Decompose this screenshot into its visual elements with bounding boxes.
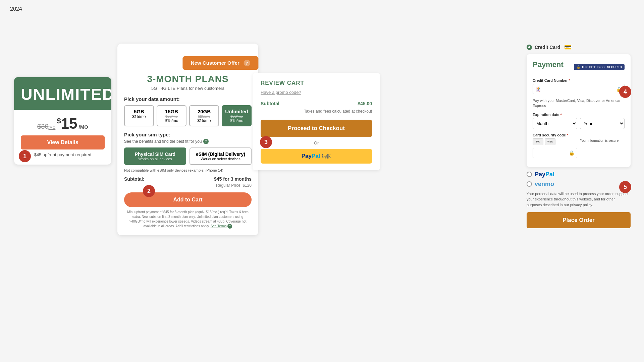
plan-name: UNLIMITED — [21, 86, 105, 103]
plan-title: 3-MONTH PLANS — [117, 74, 258, 84]
ssl-badge: 🔒 THIS SITE IS SSL SECURED — [574, 64, 625, 70]
venmo-label: venmo — [535, 181, 554, 188]
cart-subtotal-row: Subtotal $45.00 — [261, 101, 372, 106]
place-order-button[interactable]: Place Order — [527, 212, 631, 228]
security-note: Your information is secure. — [580, 138, 625, 143]
tax-note: Taxes and fees calculated at checkout — [261, 109, 372, 114]
fineprin-help-icon[interactable]: ? — [227, 224, 232, 229]
step-badge-5: 5 — [619, 181, 631, 193]
venmo-method-row[interactable]: venmo — [527, 181, 631, 188]
review-cart-title: REVIEW CART — [261, 80, 372, 86]
promo-code-link[interactable]: Have a promo code? — [261, 90, 372, 95]
sim-help-icon[interactable]: ? — [203, 139, 209, 144]
cart-subtotal-amount: $45.00 — [358, 101, 372, 106]
credit-card-radio[interactable] — [527, 45, 532, 50]
pay-info-text: Pay with your MasterCard, Visa, Discover… — [533, 98, 625, 109]
plan-panel: New Customer Offer ? 3-MONTH PLANS 5G · … — [117, 44, 258, 235]
privacy-text: Your personal data will be used to proce… — [527, 191, 631, 208]
see-terms-link[interactable]: See Terms — [211, 224, 227, 229]
new-customer-badge: New Customer Offer ? — [183, 56, 258, 70]
paypal-btn-text: PayPal 结帐 — [302, 153, 331, 160]
step-badge-1: 1 — [19, 150, 31, 162]
card-type-icon: 🃏 — [535, 86, 541, 92]
fine-print: Min. upfront payment of $45 for 3-month … — [124, 210, 252, 229]
or-divider: Or — [261, 140, 372, 145]
visa-icon: VISA — [545, 138, 555, 145]
mc-icon: MC — [533, 138, 543, 145]
security-code-label: Card security code * — [533, 133, 625, 137]
security-lock-icon: 🔒 — [569, 150, 575, 156]
paypal-label: PayPal — [535, 171, 554, 178]
security-code-group: Card security code * MC VISA 🔒 Your info… — [533, 133, 625, 158]
price-row: $30/MO $15 /MO — [21, 115, 105, 132]
data-option-unlimited[interactable]: Unlimited $30/mo $15/mo — [222, 105, 252, 126]
card-images: MC VISA — [533, 138, 577, 145]
venmo-radio[interactable] — [527, 181, 532, 187]
add-to-cart-button[interactable]: Add to Cart — [124, 192, 252, 207]
sim-pick-label: Pick your sim type: — [124, 132, 252, 137]
expiry-label: Expiration date * — [533, 113, 625, 117]
paypal-checkout-button[interactable]: PayPal 结帐 — [261, 149, 372, 164]
year-label: 2024 — [10, 6, 22, 12]
subtotal-label: Subtotal: — [124, 176, 145, 182]
view-details-button[interactable]: View Details — [21, 135, 105, 149]
payment-panel: Credit Card 💳 Payment 🔒 THIS SITE IS SSL… — [527, 44, 631, 228]
cc-number-label: Credit Card Number * — [533, 78, 625, 82]
data-pick-label: Pick your data amount: — [124, 96, 252, 102]
paypal-method-row[interactable]: PayPal — [527, 171, 631, 178]
plan-card-header: UNLIMITED — [14, 77, 111, 110]
expiry-month-select[interactable]: Month — [533, 118, 577, 129]
cc-number-group: Credit Card Number * 🃏 🔒 — [533, 78, 625, 94]
cc-number-input-wrap: 🃏 🔒 — [533, 84, 625, 94]
data-option-15gb[interactable]: 15GB $20/mo $15/mo — [157, 105, 186, 126]
physical-sim-option[interactable]: Physical SIM Card Works on all devices — [124, 147, 186, 165]
security-row: MC VISA 🔒 Your information is secure. — [533, 138, 625, 158]
payment-header: Payment 🔒 THIS SITE IS SSL SECURED — [533, 60, 625, 74]
step-badge-4: 4 — [619, 86, 631, 98]
security-input-wrap: MC VISA 🔒 — [533, 138, 577, 158]
security-code-input-wrap: 🔒 — [533, 148, 577, 158]
lock-icon: 🔒 — [577, 65, 580, 69]
sim-sub-label: See the benefits and find the best fit f… — [124, 139, 202, 144]
expiry-group: Expiration date * Month Year — [533, 113, 625, 129]
cc-number-input[interactable] — [533, 84, 625, 94]
payment-box: Payment 🔒 THIS SITE IS SSL SECURED Credi… — [527, 54, 631, 167]
regular-price: Regular Price: $120 — [124, 183, 252, 188]
subtotal-amount: $45 for 3 months — [214, 176, 252, 182]
badge-help-icon[interactable]: ? — [244, 60, 250, 66]
paypal-radio[interactable] — [527, 172, 532, 177]
old-price: $30/MO — [37, 123, 55, 130]
per-month: /MO — [79, 124, 88, 130]
upfront-text: $45 upfront payment required — [21, 152, 105, 157]
review-cart: REVIEW CART Have a promo code? Subtotal … — [253, 73, 380, 170]
credit-card-label: Credit Card — [535, 45, 560, 50]
not-compatible-note: Not compatible with eSIM only devices (e… — [124, 168, 252, 172]
step-badge-2: 2 — [143, 185, 155, 197]
sim-options: Physical SIM Card Works on all devices e… — [124, 147, 252, 165]
data-options: 5GB $15/mo 15GB $20/mo $15/mo 20GB $25/m… — [124, 105, 252, 126]
credit-card-method-row[interactable]: Credit Card 💳 — [527, 44, 631, 51]
plan-subtitle: 5G · 4G LTE Plans for new customers — [117, 86, 258, 91]
step-badge-3: 3 — [260, 136, 272, 148]
esim-option[interactable]: eSIM (Digital Delivery) Works on select … — [190, 147, 252, 165]
credit-card-icon: 💳 — [564, 44, 572, 51]
new-price: $15 — [57, 115, 77, 132]
proceed-to-checkout-button[interactable]: Proceed to Checkout — [261, 120, 372, 137]
subtotal-row: Subtotal: $45 for 3 months — [124, 176, 252, 182]
payment-title: Payment — [533, 60, 564, 69]
expiry-row: Month Year — [533, 118, 625, 129]
data-option-20gb[interactable]: 20GB $25/mo $15/mo — [189, 105, 219, 126]
data-option-5gb[interactable]: 5GB $15/mo — [124, 105, 154, 126]
expiry-year-select[interactable]: Year — [580, 118, 625, 129]
cart-subtotal-label: Subtotal — [261, 101, 279, 106]
